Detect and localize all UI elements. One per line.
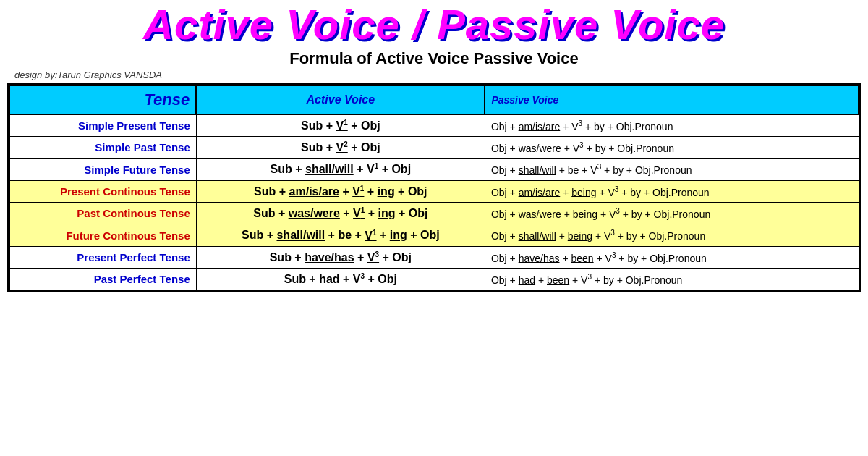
- table-row: Simple Past TenseSub + V2 + ObjObj + was…: [9, 137, 859, 159]
- passive-voice-cell: Obj + am/is/are + V3 + by + Obj.Pronoun: [485, 114, 859, 137]
- tense-cell: Simple Past Tense: [9, 137, 196, 159]
- active-voice-cell: Sub + V1 + Obj: [196, 114, 485, 137]
- active-voice-cell: Sub + V2 + Obj: [196, 137, 485, 159]
- passive-voice-cell: Obj + shall/will + being + V3 + by + Obj…: [485, 224, 859, 246]
- table-row: Simple Present TenseSub + V1 + ObjObj + …: [9, 114, 859, 137]
- page-wrapper: Active Voice / Passive Voice Formula of …: [0, 0, 868, 456]
- table-row: Past Continous TenseSub + was/were + V1 …: [9, 203, 859, 224]
- passive-voice-cell: Obj + was/were + V3 + by + Obj.Pronoun: [485, 137, 859, 159]
- passive-voice-cell: Obj + shall/will + be + V3 + by + Obj.Pr…: [485, 159, 859, 180]
- active-voice-cell: Sub + had + V3 + Obj: [196, 269, 485, 290]
- passive-voice-cell: Obj + am/is/are + being + V3 + by + Obj.…: [485, 180, 859, 202]
- tense-cell: Simple Future Tense: [9, 159, 196, 180]
- active-voice-cell: Sub + shall/will + V1 + Obj: [196, 159, 485, 180]
- header-passive: Passive Voice: [485, 85, 859, 114]
- table-row: Simple Future TenseSub + shall/will + V1…: [9, 159, 859, 180]
- active-voice-cell: Sub + shall/will + be + V1 + ing + Obj: [196, 224, 485, 246]
- table-container: Tense Active Voice Passive Voice Simple …: [7, 83, 861, 292]
- subtitle: Formula of Active Voice Passive Voice: [289, 49, 578, 68]
- active-voice-cell: Sub + am/is/are + V1 + ing + Obj: [196, 180, 485, 202]
- passive-voice-cell: Obj + was/were + being + V3 + by + Obj.P…: [485, 203, 859, 224]
- tense-cell: Future Continous Tense: [9, 224, 196, 246]
- formula-table: Tense Active Voice Passive Voice Simple …: [9, 85, 859, 291]
- table-row: Present Continous TenseSub + am/is/are +…: [9, 180, 859, 202]
- tense-cell: Simple Present Tense: [9, 114, 196, 137]
- active-voice-cell: Sub + was/were + V1 + ing + Obj: [196, 203, 485, 224]
- header-tense: Tense: [9, 85, 196, 114]
- passive-voice-cell: Obj + had + been + V3 + by + Obj.Pronoun: [485, 269, 859, 290]
- main-title: Active Voice / Passive Voice: [143, 1, 725, 48]
- table-row: Future Continous TenseSub + shall/will +…: [9, 224, 859, 246]
- passive-voice-cell: Obj + have/has + been + V3 + by + Obj.Pr…: [485, 246, 859, 268]
- design-credit: design by:Tarun Graphics VANSDA: [14, 69, 162, 80]
- table-header-row: Tense Active Voice Passive Voice: [9, 85, 859, 114]
- active-voice-cell: Sub + have/has + V3 + Obj: [196, 246, 485, 268]
- tense-cell: Present Continous Tense: [9, 180, 196, 202]
- tense-cell: Past Continous Tense: [9, 203, 196, 224]
- tense-cell: Present Perfect Tense: [9, 246, 196, 268]
- table-row: Past Perfect TenseSub + had + V3 + ObjOb…: [9, 269, 859, 290]
- header-active: Active Voice: [196, 85, 485, 114]
- tense-cell: Past Perfect Tense: [9, 269, 196, 290]
- table-row: Present Perfect TenseSub + have/has + V3…: [9, 246, 859, 268]
